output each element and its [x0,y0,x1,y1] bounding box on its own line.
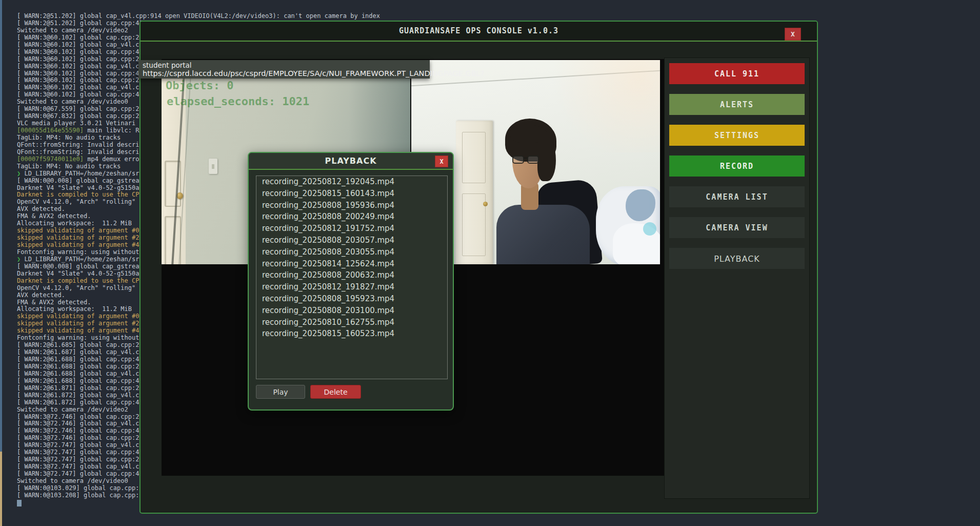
sidebar-button-playback[interactable]: PLAYBACK [669,248,805,269]
sidebar-button-camera-list[interactable]: CAMERA LIST [669,186,805,207]
app-close-button[interactable]: X [785,28,801,41]
cam2-light-glow [542,60,660,152]
cam2-person-shirt [496,205,590,264]
sidebar-panel: CALL 911ALERTSSETTINGSRECORDCAMERA LISTC… [664,57,810,499]
tooltip-title: student portal [143,61,430,69]
recordings-list[interactable]: recording_20250812_192045.mp4recording_2… [256,176,448,379]
tooltip-url: https://csprd.laccd.edu/psc/csprd/EMPLOY… [143,69,430,78]
recording-item[interactable]: recording_20250808_200249.mp4 [256,211,447,223]
cam2-door [456,121,493,264]
sidebar-button-settings[interactable]: SETTINGS [669,125,805,146]
recording-item[interactable]: recording_20250808_200632.mp4 [256,269,447,281]
recording-item[interactable]: recording_20250808_203055.mp4 [256,246,447,258]
cam2-door-panel [462,132,486,183]
link-tooltip: student portal https://csprd.laccd.edu/p… [138,60,430,79]
recording-item[interactable]: recording_20250815_160523.mp4 [256,328,447,340]
recording-item[interactable]: recording_20250810_162755.mp4 [256,317,447,328]
playback-dialog: PLAYBACK X recording_20250812_192045.mp4… [248,152,454,411]
glasses-lens-right [527,155,539,164]
recording-item[interactable]: recording_20250808_203100.mp4 [256,305,447,317]
terminal-cursor [17,500,22,506]
cam2-doorknob [483,202,488,206]
sidebar-button-record[interactable]: RECORD [669,155,805,177]
play-button[interactable]: Play [256,385,305,399]
sidebar-button-alerts[interactable]: ALERTS [669,94,805,115]
overlay-objects-count: Objects: 0 [166,79,233,92]
overlay-elapsed-seconds: elapsed_seconds: 1021 [167,95,309,108]
app-titlebar[interactable]: GUARDIANSAFE OPS CONSOLE v1.0.3 X [141,22,817,42]
cam2-door-panel [462,193,486,256]
cam2-bedding-teal [643,222,656,236]
sidebar-button-camera-view[interactable]: CAMERA VIEW [669,217,805,238]
glasses-lens-left [512,155,524,164]
recording-item[interactable]: recording_20250812_191752.mp4 [256,223,447,235]
recording-item[interactable]: recording_20250808_195923.mp4 [256,293,447,305]
recording-item[interactable]: recording_20250812_191827.mp4 [256,281,447,293]
recording-item[interactable]: recording_20250808_195936.mp4 [256,200,447,211]
cam1-light-switch [209,159,217,174]
playback-dialog-title: PLAYBACK [249,156,453,166]
cam2-person-glasses [511,155,542,166]
recording-item[interactable]: recording_20250815_160143.mp4 [256,188,447,200]
sidebar-button-call-911[interactable]: CALL 911 [669,63,805,84]
app-title: GUARDIANSAFE OPS CONSOLE v1.0.3 [141,26,817,35]
recording-item[interactable]: recording_20250812_192045.mp4 [256,176,447,188]
recording-item[interactable]: recording_20250808_203057.mp4 [256,235,447,246]
app-window: GUARDIANSAFE OPS CONSOLE v1.0.3 X Object… [139,21,818,514]
desktop: [ WARN:2@51.202] global cap_v4l.cpp:914 … [0,0,980,526]
delete-button[interactable]: Delete [310,385,361,399]
playback-dialog-titlebar[interactable]: PLAYBACK X [249,153,453,170]
recording-item[interactable]: recording_20250814_125624.mp4 [256,258,447,270]
terminal-line: [ WARN:2@51.202] global cap_v4l.cpp:914 … [17,13,380,20]
playback-close-button[interactable]: X [435,155,448,167]
